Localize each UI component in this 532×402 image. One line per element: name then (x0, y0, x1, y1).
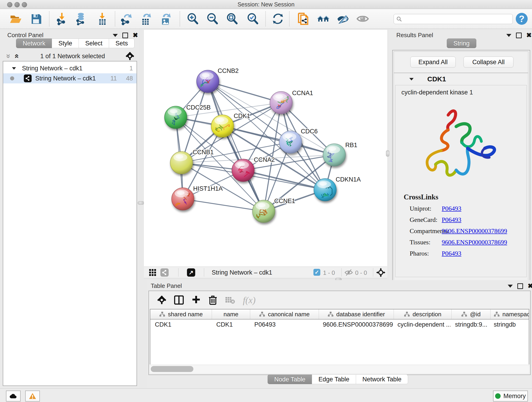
close-panel-icon[interactable]: ✖ (526, 32, 532, 38)
column-header-canonical-name[interactable]: canonical name (250, 309, 319, 319)
table-cell[interactable]: CDK1 (150, 319, 212, 330)
import-network-icon[interactable] (56, 12, 69, 26)
panel-menu-icon[interactable] (113, 34, 118, 37)
float-panel-icon[interactable] (516, 32, 522, 38)
toolbar-separator (180, 11, 180, 26)
tab-network-table[interactable]: Network Table (356, 375, 408, 384)
open-session-icon[interactable] (9, 12, 22, 26)
collapse-collection-icon[interactable] (12, 67, 16, 70)
memory-button[interactable]: Memory (493, 390, 528, 402)
string-view-icon[interactable] (160, 268, 169, 277)
save-session-icon[interactable] (30, 12, 43, 26)
network-row[interactable]: String Network – cdk1 11 48 (3, 73, 137, 83)
table-cell[interactable]: stringdb (489, 319, 529, 330)
crosslink-link[interactable]: 9606.ENSP00000378699 (442, 239, 507, 246)
column-header-@id[interactable]: @id (452, 309, 491, 319)
expand-all-button[interactable]: Expand All (410, 57, 456, 68)
table-cell[interactable]: stringdb:9... (450, 319, 489, 330)
selected-checkbox-icon[interactable]: ✓ (313, 269, 320, 276)
tab-sets[interactable]: Sets (109, 38, 134, 48)
node-CCNA2[interactable] (232, 159, 254, 182)
close-panel-icon[interactable]: ✖ (133, 32, 138, 38)
search-input[interactable] (402, 15, 510, 23)
import-database-icon[interactable] (75, 12, 88, 26)
column-header-database-identifier[interactable]: database identifier (319, 309, 394, 319)
float-panel-icon[interactable] (122, 32, 128, 38)
tab-network[interactable]: Network (16, 38, 52, 48)
column-header-namespace[interactable]: namespace (491, 309, 529, 319)
hscrollbar-thumb[interactable] (151, 366, 193, 372)
fit-selected-icon[interactable] (376, 268, 385, 278)
show-selected-icon[interactable] (356, 12, 369, 26)
delete-column-icon[interactable] (209, 295, 217, 305)
add-column-icon[interactable] (191, 295, 201, 305)
zoom-selected-icon[interactable] (246, 12, 259, 26)
export-table-icon[interactable] (139, 12, 152, 26)
edge-CCNB2-CCNA1[interactable] (208, 81, 281, 103)
hide-selected-icon[interactable] (336, 12, 350, 26)
float-panel-icon[interactable] (517, 283, 523, 289)
column-header-shared-name[interactable]: shared name (150, 309, 212, 319)
node-HIST1H1A[interactable] (172, 188, 194, 210)
import-table-icon[interactable] (96, 12, 109, 26)
tab-select[interactable]: Select (79, 38, 109, 48)
tab-edge-table[interactable]: Edge Table (312, 375, 356, 384)
right-splitter-handle[interactable] (386, 150, 389, 157)
node-CCNB1[interactable] (170, 152, 193, 174)
close-panel-icon[interactable]: ✖ (528, 283, 532, 289)
panel-menu-icon[interactable] (506, 34, 511, 37)
crosslink-link[interactable]: P06493 (442, 250, 462, 257)
export-image-icon[interactable] (159, 12, 172, 26)
table-row[interactable]: CDK1CDK1P064939606.ENSP00000378699cyclin… (150, 319, 529, 330)
node-CDK1[interactable] (211, 115, 234, 137)
node-CCNA1[interactable] (270, 91, 292, 114)
cloud-status-button[interactable] (6, 390, 21, 402)
detach-view-icon[interactable]: ↗ (187, 268, 195, 277)
collapse-section-icon[interactable] (409, 78, 414, 80)
column-header-name[interactable]: name (212, 309, 250, 319)
grid-view-icon[interactable] (149, 269, 156, 277)
help-icon[interactable]: ? (515, 12, 528, 26)
expand-all-networks-icon[interactable]: » (5, 54, 13, 58)
share-document-icon[interactable] (297, 12, 310, 26)
node-RB1[interactable] (323, 144, 346, 166)
search-box[interactable] (394, 14, 513, 24)
network-options-gear-icon[interactable] (126, 52, 134, 61)
zoom-fit-icon[interactable] (225, 12, 239, 26)
crosslink-link[interactable]: 9606.ENSP00000378699 (442, 227, 507, 235)
network-collection-row[interactable]: String Network – cdk1 1 (3, 63, 137, 73)
table-options-gear-icon[interactable] (157, 295, 166, 305)
table-cell[interactable]: P06493 (250, 319, 318, 330)
show-columns-icon[interactable] (174, 295, 184, 305)
node-CDKN1A[interactable] (314, 179, 336, 201)
home-icon[interactable] (317, 12, 330, 26)
node-CDC25B[interactable] (165, 106, 187, 128)
node-CCNB2[interactable] (196, 70, 219, 93)
zoom-in-icon[interactable] (186, 12, 199, 26)
table-hscrollbar[interactable] (150, 365, 529, 373)
column-header-description[interactable]: description (394, 309, 452, 319)
protein-section-header[interactable]: CDK1 (394, 73, 528, 85)
panel-menu-icon[interactable] (508, 285, 513, 288)
warning-status-button[interactable] (25, 390, 40, 402)
table-cell[interactable]: 9606.ENSP00000378699 (318, 319, 393, 330)
edge-HIST1H1A-CCNE1[interactable] (183, 199, 264, 211)
refresh-icon[interactable] (271, 12, 285, 26)
node-CCNE1[interactable] (253, 200, 275, 223)
left-splitter-handle[interactable] (138, 201, 144, 205)
node-CDC6[interactable] (279, 131, 302, 153)
table-cell[interactable]: CDK1 (212, 319, 250, 330)
tab-style[interactable]: Style (52, 38, 79, 48)
export-network-icon[interactable] (120, 12, 133, 26)
string-network-graph[interactable]: CCNB2CCNA1CDC25BCDK1CDC6RB1CCNB1CCNA2CDK… (144, 30, 387, 267)
table-cell[interactable]: cyclin-dependent ... (393, 319, 450, 330)
tab-string[interactable]: String (447, 38, 476, 48)
crosslink-link[interactable]: P06493 (442, 216, 462, 223)
protein-results-scroll[interactable]: CDK1 cyclin-dependent kinase 1 (394, 73, 528, 281)
crosslink-link[interactable]: P06493 (442, 205, 462, 212)
zoom-out-icon[interactable] (206, 12, 219, 26)
collapse-all-networks-icon[interactable]: « (13, 54, 21, 58)
tab-node-table[interactable]: Node Table (268, 375, 312, 384)
network-canvas[interactable]: CCNB2CCNA1CDC25BCDK1CDC6RB1CCNB1CCNA2CDK… (144, 30, 387, 267)
collapse-all-button[interactable]: Collapse All (463, 57, 513, 68)
